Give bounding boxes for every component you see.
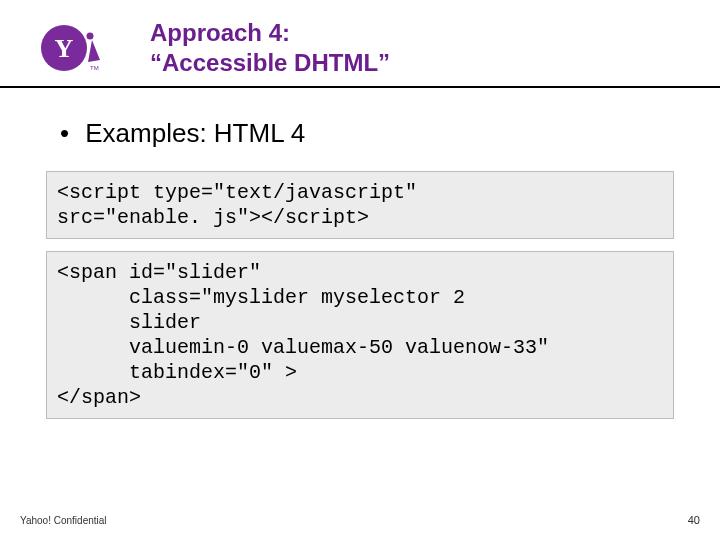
svg-text:TM: TM [90,65,99,71]
bullet-label: Examples: HTML 4 [85,118,305,148]
code-block-1: <script type="text/javascript" src="enab… [46,171,674,239]
title-line-2: “Accessible DHTML” [150,48,390,78]
svg-marker-3 [88,40,100,62]
yahoo-logo: Y TM [20,18,130,78]
page-number: 40 [688,514,700,526]
code-block-2: <span id="slider" class="myslider mysele… [46,251,674,419]
title-line-1: Approach 4: [150,18,390,48]
header: Y TM Approach 4: “Accessible DHTML” [0,0,720,88]
bullet-dot-icon: • [60,118,78,149]
title-block: Approach 4: “Accessible DHTML” [150,18,390,78]
content: • Examples: HTML 4 <script type="text/ja… [0,88,720,419]
footer-confidential: Yahoo! Confidential [20,515,107,526]
svg-point-2 [87,33,94,40]
svg-text:Y: Y [55,34,74,63]
bullet-examples: • Examples: HTML 4 [60,118,680,149]
